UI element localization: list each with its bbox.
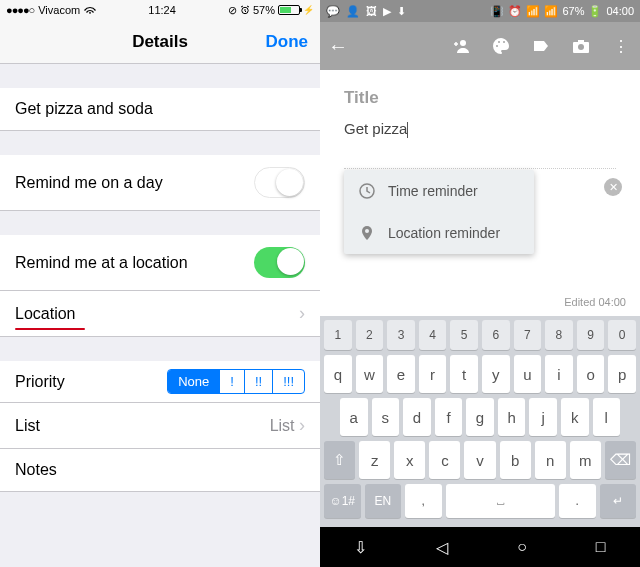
- backspace-key[interactable]: ⌫: [605, 441, 636, 479]
- key-k[interactable]: k: [561, 398, 589, 436]
- key-x[interactable]: x: [394, 441, 425, 479]
- key-2[interactable]: 2: [356, 320, 384, 350]
- key-n[interactable]: n: [535, 441, 566, 479]
- key-t[interactable]: t: [450, 355, 478, 393]
- pin-icon: [358, 224, 376, 242]
- symbols-key[interactable]: ☺1#: [324, 484, 361, 518]
- close-button[interactable]: ✕: [604, 178, 622, 196]
- orientation-lock-icon: ⊘: [228, 4, 237, 17]
- key-d[interactable]: d: [403, 398, 431, 436]
- carrier-label: Vivacom: [38, 4, 80, 16]
- svg-point-2: [496, 45, 498, 47]
- key-e[interactable]: e: [387, 355, 415, 393]
- key-p[interactable]: p: [608, 355, 636, 393]
- key-u[interactable]: u: [514, 355, 542, 393]
- back-button[interactable]: ←: [328, 35, 348, 58]
- vibrate-icon: 📳: [490, 5, 504, 18]
- key-a[interactable]: a: [340, 398, 368, 436]
- space-key[interactable]: ⎵: [446, 484, 556, 518]
- key-g[interactable]: g: [466, 398, 494, 436]
- location-cell[interactable]: Location ›: [0, 291, 320, 337]
- add-person-icon[interactable]: [450, 35, 472, 57]
- reminder-title-cell[interactable]: Get pizza and soda: [0, 88, 320, 131]
- key-7[interactable]: 7: [514, 320, 542, 350]
- tag-icon[interactable]: [530, 35, 552, 57]
- nav-title: Details: [132, 32, 188, 52]
- priority-1[interactable]: !: [220, 370, 245, 393]
- note-editor: Title Get pizza Time reminder Location r…: [320, 70, 640, 316]
- enter-key[interactable]: ↵: [600, 484, 637, 518]
- key-z[interactable]: z: [359, 441, 390, 479]
- key-h[interactable]: h: [498, 398, 526, 436]
- key-m[interactable]: m: [570, 441, 601, 479]
- clock-icon: [358, 182, 376, 200]
- alarm-icon: [240, 5, 250, 15]
- key-1[interactable]: 1: [324, 320, 352, 350]
- key-i[interactable]: i: [545, 355, 573, 393]
- location-reminder-option[interactable]: Location reminder: [344, 212, 534, 254]
- svg-rect-7: [578, 40, 584, 43]
- priority-segmented[interactable]: None ! !! !!!: [167, 369, 305, 394]
- home-button[interactable]: ○: [517, 538, 527, 556]
- key-c[interactable]: c: [429, 441, 460, 479]
- priority-cell: Priority None ! !! !!!: [0, 361, 320, 403]
- remind-location-toggle[interactable]: [254, 247, 305, 278]
- key-w[interactable]: w: [356, 355, 384, 393]
- title-placeholder[interactable]: Title: [344, 88, 616, 108]
- key-5[interactable]: 5: [450, 320, 478, 350]
- period-key[interactable]: .: [559, 484, 596, 518]
- android-toolbar: ← ⋮: [320, 22, 640, 70]
- remind-location-cell[interactable]: Remind me at a location: [0, 235, 320, 291]
- key-v[interactable]: v: [464, 441, 495, 479]
- key-row-numbers: 1234567890: [324, 320, 636, 350]
- android-keyboard: 1234567890 qwertyuiop asdfghjkl ⇧ z x c …: [320, 316, 640, 527]
- list-cell[interactable]: List List ›: [0, 403, 320, 449]
- signal-icon: 📶: [544, 5, 558, 18]
- ios-status-bar: ●●●●○ Vivacom 11:24 ⊘ 57% ⚡: [0, 0, 320, 20]
- priority-none[interactable]: None: [168, 370, 220, 393]
- key-9[interactable]: 9: [577, 320, 605, 350]
- key-b[interactable]: b: [500, 441, 531, 479]
- hide-keyboard-button[interactable]: ⇩: [354, 538, 367, 557]
- key-6[interactable]: 6: [482, 320, 510, 350]
- time-reminder-option[interactable]: Time reminder: [344, 170, 534, 212]
- key-f[interactable]: f: [435, 398, 463, 436]
- priority-3[interactable]: !!!: [273, 370, 304, 393]
- notes-cell[interactable]: Notes: [0, 449, 320, 492]
- recents-button[interactable]: □: [596, 538, 606, 556]
- key-s[interactable]: s: [372, 398, 400, 436]
- location-label: Location: [15, 305, 76, 323]
- key-q[interactable]: q: [324, 355, 352, 393]
- key-y[interactable]: y: [482, 355, 510, 393]
- reminder-text: Get pizza and soda: [15, 100, 153, 118]
- annotation-underline: [15, 328, 85, 330]
- done-button[interactable]: Done: [266, 32, 309, 52]
- list-label: List: [15, 417, 40, 435]
- key-o[interactable]: o: [577, 355, 605, 393]
- svg-point-1: [460, 40, 466, 46]
- edited-label: Edited 04:00: [564, 296, 626, 308]
- key-j[interactable]: j: [529, 398, 557, 436]
- reminder-popup: Time reminder Location reminder: [344, 170, 534, 254]
- comma-key[interactable]: ,: [405, 484, 442, 518]
- key-r[interactable]: r: [419, 355, 447, 393]
- back-button[interactable]: ◁: [436, 538, 448, 557]
- camera-icon[interactable]: [570, 35, 592, 57]
- overflow-menu-icon[interactable]: ⋮: [610, 35, 632, 57]
- ios-screen: ●●●●○ Vivacom 11:24 ⊘ 57% ⚡ Details Done…: [0, 0, 320, 567]
- priority-2[interactable]: !!: [245, 370, 273, 393]
- key-4[interactable]: 4: [419, 320, 447, 350]
- svg-point-3: [498, 41, 500, 43]
- key-3[interactable]: 3: [387, 320, 415, 350]
- note-body-input[interactable]: Get pizza: [344, 120, 616, 169]
- notes-label: Notes: [15, 461, 57, 479]
- lang-key[interactable]: EN: [365, 484, 402, 518]
- remind-day-toggle[interactable]: [254, 167, 305, 198]
- key-l[interactable]: l: [593, 398, 621, 436]
- palette-icon[interactable]: [490, 35, 512, 57]
- svg-point-9: [365, 229, 369, 233]
- remind-day-cell[interactable]: Remind me on a day: [0, 155, 320, 211]
- key-0[interactable]: 0: [608, 320, 636, 350]
- key-8[interactable]: 8: [545, 320, 573, 350]
- shift-key[interactable]: ⇧: [324, 441, 355, 479]
